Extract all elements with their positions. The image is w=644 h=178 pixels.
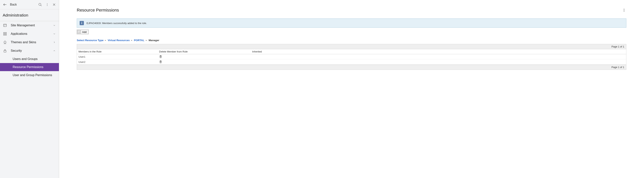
kebab-icon[interactable] — [46, 3, 49, 6]
info-message: EJPAO4003I: Members successfully added t… — [86, 22, 147, 25]
delete-member-icon[interactable] — [159, 60, 162, 64]
pagination-bottom: Page 1 of 1 — [77, 65, 626, 70]
svg-rect-24 — [160, 61, 162, 63]
svg-rect-10 — [4, 33, 5, 34]
svg-rect-28 — [160, 61, 161, 61]
applications-icon — [3, 32, 7, 36]
main-header: Resource Permissions — [77, 8, 626, 13]
svg-rect-15 — [4, 51, 6, 52]
svg-rect-12 — [4, 34, 5, 35]
sidebar-item-security[interactable]: Security — [0, 47, 59, 55]
nav-label: Themes and Skins — [11, 41, 49, 44]
breadcrumb-portal[interactable]: PORTAL — [134, 39, 144, 42]
sidebar-subitem-users-and-groups[interactable]: Users and Groups — [0, 55, 59, 63]
chevron-down-icon — [53, 24, 56, 27]
column-header-members: Members in the Role — [77, 49, 158, 54]
sidebar-item-themes-and-skins[interactable]: Themes and Skins — [0, 38, 59, 47]
sidebar: Back Administration Site Management Appl… — [0, 0, 59, 178]
page-actions-kebab-icon[interactable] — [622, 8, 626, 13]
breadcrumb: Select Resource Type ▸ Virtual Resources… — [77, 39, 626, 42]
svg-point-3 — [47, 4, 48, 4]
breadcrumb-virtual-resources[interactable]: Virtual Resources — [108, 39, 130, 42]
chevron-down-icon — [53, 32, 56, 35]
plus-icon: + — [78, 30, 80, 34]
members-table: Page 1 of 1 Members in the Role Delete M… — [77, 44, 626, 70]
page-title: Resource Permissions — [77, 8, 119, 13]
breadcrumb-separator: ▸ — [146, 39, 147, 42]
member-name-cell: User1 — [77, 54, 158, 59]
inherited-cell — [250, 54, 626, 59]
chevron-up-icon — [53, 49, 56, 52]
svg-point-17 — [624, 10, 624, 11]
sidebar-subitem-resource-permissions[interactable]: Resource Permissions — [0, 63, 59, 71]
sidebar-title: Administration — [0, 10, 59, 21]
table-header-row: Members in the Role Delete Member from R… — [77, 49, 626, 54]
info-icon: i — [80, 21, 84, 25]
site-management-icon — [3, 24, 7, 27]
inherited-cell — [250, 59, 626, 64]
column-header-inherited: Inherited — [250, 49, 626, 54]
table-row: User2 — [77, 59, 626, 65]
sidebar-header-icons — [38, 3, 56, 7]
column-header-delete: Delete Member from Role — [158, 49, 250, 54]
nav-label: Security — [11, 49, 49, 53]
sidebar-item-applications[interactable]: Applications — [0, 30, 59, 38]
svg-rect-8 — [4, 24, 6, 27]
svg-line-2 — [41, 5, 42, 6]
svg-rect-11 — [5, 33, 6, 34]
sidebar-header: Back — [0, 0, 59, 10]
search-icon[interactable] — [38, 3, 42, 7]
svg-point-5 — [47, 5, 48, 6]
breadcrumb-select-resource-type[interactable]: Select Resource Type — [77, 39, 104, 42]
main-content: Resource Permissions i EJPAO4003I: Membe… — [59, 0, 644, 178]
nav-label: Applications — [11, 32, 49, 36]
breadcrumb-separator: ▸ — [131, 39, 132, 42]
svg-rect-23 — [160, 55, 161, 56]
table-row: User1 — [77, 54, 626, 59]
breadcrumb-current: Manager — [148, 39, 159, 42]
add-button-label: Add — [82, 31, 86, 34]
svg-rect-13 — [5, 34, 6, 35]
sidebar-subitem-user-and-group-permissions[interactable]: User and Group Permissions — [0, 71, 59, 79]
chevron-right-icon — [53, 41, 56, 44]
lock-icon — [3, 49, 7, 53]
info-banner: i EJPAO4003I: Members successfully added… — [77, 19, 626, 28]
pagination-top: Page 1 of 1 — [77, 44, 626, 49]
back-arrow-icon[interactable] — [3, 3, 7, 7]
breadcrumb-separator: ▸ — [105, 39, 106, 42]
themes-icon — [3, 40, 7, 44]
back-button[interactable]: Back — [10, 3, 35, 6]
svg-point-18 — [624, 11, 624, 12]
member-name-cell: User2 — [77, 59, 158, 64]
add-button[interactable]: + Add — [77, 30, 89, 34]
delete-member-icon[interactable] — [159, 55, 162, 58]
sidebar-item-site-management[interactable]: Site Management — [0, 21, 59, 30]
svg-point-1 — [39, 3, 41, 6]
svg-point-16 — [624, 9, 624, 10]
nav-label: Site Management — [11, 24, 49, 27]
close-icon[interactable] — [52, 3, 56, 6]
svg-rect-19 — [160, 56, 162, 58]
svg-point-4 — [47, 5, 48, 5]
